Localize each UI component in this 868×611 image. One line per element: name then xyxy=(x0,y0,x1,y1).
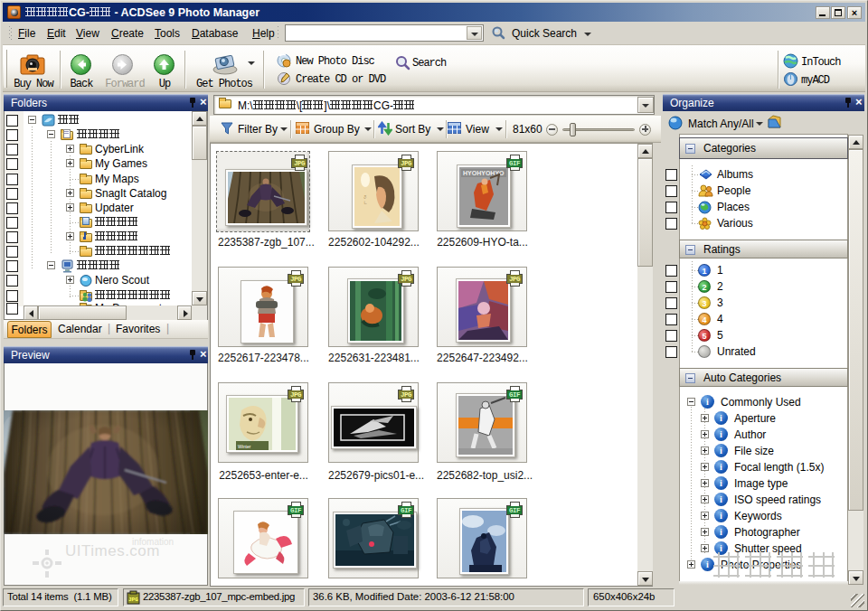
svg-text:し: し xyxy=(363,200,367,204)
svg-text:さ: さ xyxy=(363,194,367,199)
svg-text:JPG: JPG xyxy=(128,597,138,603)
svg-text:Winter: Winter xyxy=(238,444,251,449)
